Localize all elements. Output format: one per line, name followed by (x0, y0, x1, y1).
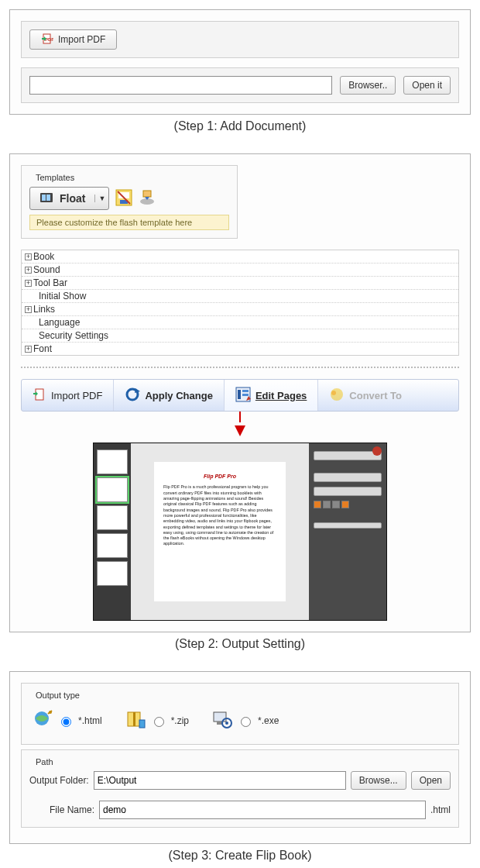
output-type-fieldset: Output type *.html *.zip *.exe (21, 683, 459, 745)
pdf-import-icon (33, 388, 46, 404)
color-swatch[interactable] (332, 501, 340, 508)
templates-fieldset: Templates Float ▼ (21, 165, 238, 239)
svg-rect-18 (242, 390, 249, 392)
expand-icon[interactable]: + (25, 280, 32, 287)
svg-point-31 (225, 722, 228, 725)
refresh-icon (125, 387, 140, 405)
toolbar-apply-change[interactable]: Apply Change (114, 380, 224, 411)
output-html-label: *.html (78, 715, 102, 726)
tree-book[interactable]: Book (33, 251, 54, 262)
import-pdf-label: Import PDF (58, 34, 105, 45)
pdf-import-icon: PDF (41, 33, 53, 47)
svg-rect-26 (133, 712, 135, 726)
expand-icon[interactable]: + (25, 306, 32, 313)
expand-icon[interactable]: + (25, 346, 32, 353)
tree-language[interactable]: Language (39, 317, 80, 328)
tree-sound[interactable]: Sound (33, 264, 60, 275)
output-folder-input[interactable] (94, 771, 346, 790)
file-ext-label: .html (430, 804, 451, 815)
tree-links[interactable]: Links (33, 304, 55, 315)
expand-icon[interactable]: + (25, 253, 32, 260)
output-exe-label: *.exe (258, 715, 279, 726)
path-legend: Path (33, 757, 57, 766)
open-button[interactable]: Open (411, 771, 451, 790)
toolbar-convert[interactable]: Convert To (318, 380, 413, 411)
page-canvas: Flip PDF Pro Flip PDF Pro is a much prof… (131, 443, 309, 620)
step2-caption: (Step 2: Output Setting) (6, 637, 474, 651)
svg-rect-19 (242, 394, 249, 396)
prop-button[interactable] (314, 473, 382, 482)
open-button-label: Open (420, 775, 442, 786)
toolbar-edit-pages[interactable]: Edit Pages (225, 380, 318, 411)
file-path-input[interactable] (29, 76, 332, 95)
page-editor-preview: Flip PDF Pro Flip PDF Pro is a much prof… (93, 443, 387, 621)
step3-panel: Output type *.html *.zip *.exe Path Outp… (9, 671, 471, 844)
thumbnail-strip[interactable] (94, 443, 131, 620)
step1-caption: (Step 1: Add Document) (6, 119, 474, 133)
save-template-icon[interactable] (115, 189, 132, 208)
import-subpanel: PDF Import PDF (21, 21, 459, 58)
prop-button[interactable] (314, 451, 382, 460)
svg-point-24 (49, 711, 52, 714)
thumbnail[interactable] (97, 561, 128, 586)
browser-button-label: Browser.. (348, 80, 387, 91)
arrow-down-icon (235, 425, 245, 436)
thumbnail[interactable] (97, 450, 128, 474)
prop-button[interactable] (314, 487, 382, 496)
browser-button[interactable]: Browser.. (340, 76, 396, 95)
template-select[interactable]: Float ▼ (29, 187, 109, 210)
thumbnail[interactable] (97, 505, 128, 530)
import-pdf-button[interactable]: PDF Import PDF (29, 29, 117, 50)
page-sheet: Flip PDF Pro Flip PDF Pro is a much prof… (154, 462, 286, 601)
color-swatch[interactable] (314, 501, 321, 508)
svg-rect-27 (139, 720, 145, 728)
template-hint: Please customize the flash template here (29, 215, 229, 230)
tree-security[interactable]: Security Settings (39, 330, 108, 341)
page-sample-body: Flip PDF Pro is a much professional prog… (163, 484, 273, 546)
open-it-button-label: Open it (412, 80, 442, 91)
step2-panel: Templates Float ▼ (9, 153, 471, 632)
svg-rect-10 (143, 191, 151, 197)
svg-text:PDF: PDF (45, 37, 53, 42)
browse-button-label: Browse... (359, 775, 398, 786)
output-type-legend: Output type (33, 691, 83, 700)
tree-font[interactable]: Font (33, 343, 52, 354)
svg-point-22 (331, 391, 336, 395)
file-name-input[interactable] (99, 801, 426, 819)
close-icon[interactable] (372, 446, 382, 456)
svg-rect-17 (238, 390, 241, 399)
zip-icon (125, 709, 146, 732)
divider (21, 367, 459, 368)
tree-initial-show[interactable]: Initial Show (39, 291, 86, 301)
export-template-icon[interactable] (139, 189, 156, 208)
step1-panel: PDF Import PDF Browser.. Open it (9, 9, 471, 115)
thumbnail[interactable] (97, 533, 128, 558)
template-selected-label: Float (60, 192, 85, 205)
output-folder-label: Output Folder: (29, 775, 89, 786)
toolbar-apply-label: Apply Change (145, 390, 212, 401)
output-zip-label: *.zip (171, 715, 189, 726)
browse-button[interactable]: Browse... (351, 771, 406, 790)
output-zip-radio[interactable] (154, 717, 164, 727)
open-file-row: Browser.. Open it (21, 67, 459, 103)
prop-slider[interactable] (314, 522, 382, 529)
thumbnail[interactable] (97, 477, 128, 502)
properties-panel (309, 443, 386, 620)
toolbar-import-pdf[interactable]: Import PDF (22, 380, 114, 411)
settings-tree[interactable]: +Book +Sound +Tool Bar Initial Show +Lin… (21, 250, 459, 356)
output-exe-radio[interactable] (241, 717, 251, 727)
page-sample-title: Flip PDF Pro (163, 473, 276, 480)
step3-caption: (Step 3: Create Flip Book) (6, 849, 474, 863)
globe-icon (33, 709, 53, 732)
main-toolbar: Import PDF Apply Change Edit Pages Conve… (21, 379, 459, 412)
tree-toolbar[interactable]: Tool Bar (33, 277, 67, 288)
templates-legend: Templates (33, 173, 77, 182)
expand-icon[interactable]: + (25, 267, 32, 274)
output-html-radio[interactable] (61, 717, 71, 727)
color-swatch[interactable] (323, 501, 331, 508)
exe-gear-icon (212, 709, 232, 732)
color-swatch[interactable] (341, 501, 349, 508)
open-it-button[interactable]: Open it (403, 76, 451, 95)
svg-rect-5 (46, 195, 50, 201)
edit-pages-icon (235, 387, 251, 405)
